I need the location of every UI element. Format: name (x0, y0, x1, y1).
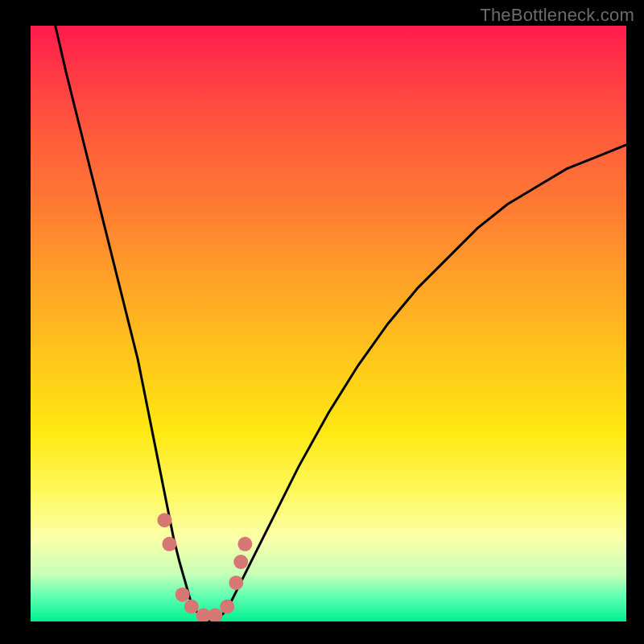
highlight-dot (184, 600, 199, 614)
chart-frame: TheBottleneck.com (0, 0, 644, 644)
highlight-dot (237, 537, 252, 551)
highlight-dot (233, 555, 248, 569)
plot-area (31, 26, 626, 621)
highlight-dot (229, 576, 243, 590)
bottleneck-curve-svg (31, 26, 626, 621)
highlight-dot (175, 588, 190, 602)
highlight-dot (158, 513, 172, 527)
highlight-dot (208, 609, 222, 621)
highlight-dot (220, 600, 234, 614)
watermark-text: TheBottleneck.com (480, 5, 634, 26)
highlight-dot (162, 537, 176, 551)
bottleneck-curve (31, 26, 626, 621)
